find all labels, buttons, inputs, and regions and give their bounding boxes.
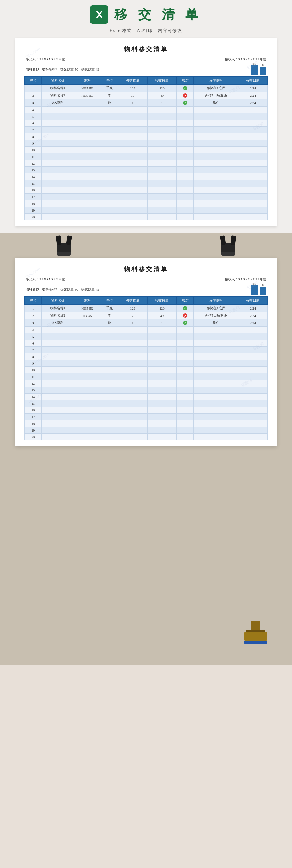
table-row: 19 — [25, 207, 268, 214]
table-row: 14 — [25, 394, 268, 400]
cell — [74, 174, 101, 180]
cell — [42, 120, 74, 127]
cell — [194, 394, 238, 400]
th-qty-transfer: 移交数量 — [118, 77, 147, 85]
cell — [238, 420, 267, 427]
cell: 14 — [25, 174, 42, 180]
table-row: 2物料名称2HJ35953卷5049✗外借5日后返还2/24 — [25, 312, 268, 319]
cell — [238, 174, 267, 180]
stamp-handle — [251, 621, 260, 630]
cell — [194, 333, 238, 340]
cell — [101, 127, 118, 133]
bth-spec: 规格 — [74, 297, 101, 305]
cell — [238, 407, 267, 413]
cell — [147, 400, 176, 407]
cell — [101, 153, 118, 160]
b-summary-item2: 物料名称2 — [42, 287, 57, 291]
cell — [194, 407, 238, 413]
cell: 原件 — [194, 99, 238, 106]
cell — [42, 360, 74, 367]
table-row: 17 — [25, 413, 268, 420]
cell — [238, 160, 267, 167]
cell — [42, 180, 74, 187]
cell: 11 — [25, 373, 42, 380]
table-row: 20 — [25, 434, 268, 440]
cell — [74, 133, 101, 140]
cell: 4 — [25, 327, 42, 333]
cell — [118, 427, 147, 434]
cell: HJ35952 — [74, 305, 101, 312]
table-row: 11 — [25, 153, 268, 160]
cell: 卷 — [101, 92, 118, 99]
cell — [42, 333, 74, 340]
bth-seq: 序号 — [25, 297, 42, 305]
bottom-meta-row: 移交人：XXXXXXXX单位 接收人：XXXXXXXXX单位 — [24, 277, 268, 281]
cell — [147, 333, 176, 340]
s3-label: 移交数量 — [60, 67, 74, 71]
header-banner: 移 交 清 单 — [0, 0, 292, 27]
bbar1-rect — [251, 285, 258, 294]
check-red-icon: ✗ — [183, 313, 187, 318]
cell — [101, 174, 118, 180]
cell: 2/24 — [238, 312, 267, 319]
cell — [147, 347, 176, 353]
cell — [194, 420, 238, 427]
cell — [42, 387, 74, 394]
th-date: 移交日期 — [238, 77, 267, 85]
cell — [101, 113, 118, 120]
cell — [118, 180, 147, 187]
cell — [147, 387, 176, 394]
cell — [118, 380, 147, 387]
cell — [147, 133, 176, 140]
cell: 3 — [25, 319, 42, 327]
cell — [118, 327, 147, 333]
table-row: 6 — [25, 120, 268, 127]
bottom-sender-label: 移交人：XXXXXXXX单位 — [26, 277, 65, 281]
cell — [101, 413, 118, 420]
cell — [101, 187, 118, 193]
cell — [74, 120, 101, 127]
cell — [194, 180, 238, 187]
cell — [42, 193, 74, 200]
cell — [74, 180, 101, 187]
cell — [42, 434, 74, 440]
table-row: 19 — [25, 427, 268, 434]
cell — [194, 167, 238, 174]
cell — [42, 153, 74, 160]
cell — [42, 174, 74, 180]
cell — [194, 127, 238, 133]
cell: 16 — [25, 407, 42, 413]
summary-row: 物料名称 物料名称2 移交数量 50 接收数量 49 50 49 — [24, 64, 268, 74]
cell — [147, 434, 176, 440]
cell — [194, 400, 238, 407]
table-row: 11 — [25, 373, 268, 380]
bth-remark: 移交说明 — [194, 297, 238, 305]
table-row: 2物料名称2HJ35953卷5049✗外借5日后返还2/24 — [25, 92, 268, 99]
cell — [74, 427, 101, 434]
cell — [238, 367, 267, 373]
cell — [147, 113, 176, 120]
cell — [101, 200, 118, 207]
cell: 卷 — [101, 312, 118, 319]
cell — [147, 147, 176, 153]
cell — [238, 427, 267, 434]
cell: 120 — [147, 85, 176, 92]
cell — [101, 327, 118, 333]
summary-item1: 物料名称 — [26, 67, 39, 71]
cell: HJ35953 — [74, 92, 101, 99]
cell — [118, 167, 147, 174]
cell: 9 — [25, 360, 42, 367]
cell: 20 — [25, 214, 42, 220]
summary-item2: 物料名称2 — [42, 67, 57, 71]
cell — [42, 133, 74, 140]
cell: 18 — [25, 420, 42, 427]
cell: 外借5日后返还 — [194, 92, 238, 99]
cell — [238, 113, 267, 120]
cell — [74, 420, 101, 427]
cell — [42, 394, 74, 400]
table-head: 序号 物料名称 规格 单位 移交数量 接收数量 核对 移交说明 移交日期 — [25, 77, 268, 85]
cell — [147, 140, 176, 147]
cell — [101, 353, 118, 360]
cell: 1 — [147, 319, 176, 327]
cell: 20 — [25, 434, 42, 440]
